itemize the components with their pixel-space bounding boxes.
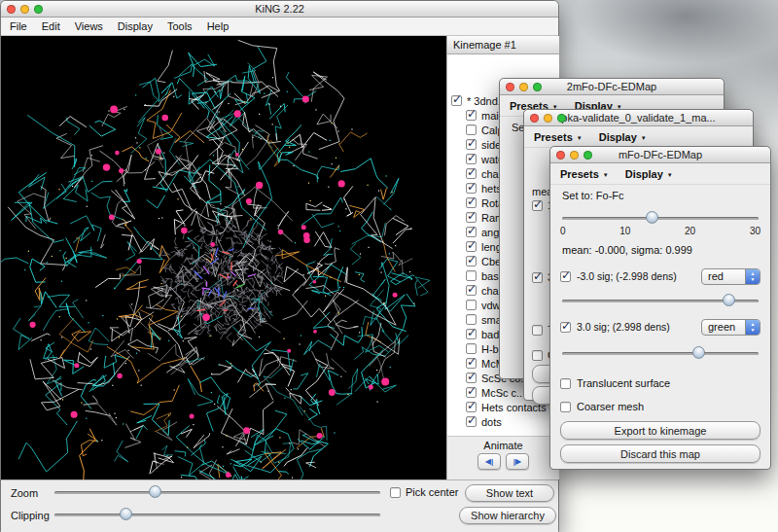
contour-checkbox[interactable]	[532, 200, 543, 211]
group-checkbox[interactable]	[466, 416, 477, 427]
group-checkbox[interactable]	[466, 139, 477, 150]
zoom-button[interactable]	[557, 114, 566, 123]
pos-contour-label: 3.0 sig; (2.998 dens)	[577, 321, 695, 333]
menu-display[interactable]: Display	[118, 20, 153, 32]
menu-tools[interactable]: Tools	[167, 20, 193, 32]
group-checkbox[interactable]	[466, 197, 477, 208]
group-checkbox[interactable]	[466, 227, 477, 237]
group-checkbox[interactable]	[466, 241, 477, 252]
map-stats: mean: -0.000, sigma: 0.999	[550, 236, 770, 258]
slider-track	[54, 491, 380, 494]
king-window: KiNG 2.22 FileEditViewsDisplayToolsHelp …	[0, 0, 559, 532]
translucent-row: Translucent surface	[560, 376, 760, 390]
neg-contour-checkbox[interactable]	[560, 271, 571, 282]
minimize-button[interactable]	[570, 151, 579, 160]
group-label: McSc c...	[481, 387, 525, 399]
group-checkbox[interactable]	[466, 124, 477, 135]
translucent-checkbox[interactable]	[532, 325, 543, 336]
group-checkbox[interactable]	[451, 95, 462, 106]
close-button[interactable]	[556, 151, 565, 160]
menu-caret-icon: ▼	[667, 172, 673, 178]
pos-contour-slider[interactable]	[562, 345, 759, 361]
menu-help[interactable]: Help	[207, 20, 230, 32]
close-button[interactable]	[530, 114, 539, 123]
zoom-button[interactable]	[533, 83, 542, 91]
group-checkbox[interactable]	[466, 358, 477, 369]
pick-center-checkbox[interactable]	[390, 487, 401, 498]
close-button[interactable]	[506, 83, 514, 91]
map-titlebar[interactable]: pka-validate_0_validate_1_ma...	[524, 110, 753, 126]
window-title: 2mFo-DFc-EDMap	[567, 81, 656, 92]
level-slider-thumb[interactable]	[646, 211, 658, 224]
clipping-slider-thumb[interactable]	[120, 508, 132, 520]
neg-contour-slider[interactable]	[562, 293, 759, 308]
group-checkbox[interactable]	[466, 154, 477, 164]
group-checkbox[interactable]	[466, 402, 477, 412]
minimize-button[interactable]	[544, 114, 552, 123]
group-checkbox[interactable]	[466, 110, 477, 121]
pos-contour-checkbox[interactable]	[560, 322, 571, 333]
step-forward-icon: |▶	[513, 457, 521, 466]
menu-display[interactable]: Display▼	[599, 131, 647, 143]
tick-label: 30	[750, 226, 760, 236]
group-checkbox[interactable]	[466, 256, 477, 266]
window-title: mFo-DFc-EDMap	[619, 149, 702, 160]
contour-checkbox[interactable]	[532, 272, 543, 283]
export-to-kinemage-button[interactable]: Export to kinemage	[560, 421, 760, 440]
coarser-checkbox[interactable]	[532, 350, 543, 361]
group-checkbox[interactable]	[466, 300, 477, 310]
close-button[interactable]	[7, 5, 16, 14]
group-checkbox[interactable]	[466, 168, 477, 179]
level-slider[interactable]	[562, 210, 759, 226]
menu-edit[interactable]: Edit	[42, 20, 60, 32]
graphics-canvas[interactable]	[1, 36, 446, 479]
animate-prev-button[interactable]: ◀|	[477, 453, 501, 470]
dropdown-value: red	[702, 269, 745, 284]
map-menubar: Presets▼Display▼	[550, 163, 770, 185]
menu-display[interactable]: Display▼	[625, 168, 673, 180]
translucent-checkbox[interactable]	[560, 378, 571, 389]
show-text-button[interactable]: Show text	[465, 484, 554, 502]
pos-slider-thumb[interactable]	[692, 346, 705, 359]
menu-caret-icon: ▼	[577, 135, 583, 141]
map-titlebar[interactable]: mFo-DFc-EDMap	[550, 147, 770, 163]
group-checkbox[interactable]	[466, 329, 477, 339]
map-titlebar[interactable]: 2mFo-DFc-EDMap	[500, 79, 724, 95]
show-hierarchy-button[interactable]: Show hierarchy	[459, 507, 556, 524]
clipping-slider[interactable]	[54, 507, 380, 522]
group-checkbox[interactable]	[466, 212, 477, 223]
tick-label: 20	[685, 226, 695, 236]
discard-map-button[interactable]: Discard this map	[560, 444, 760, 463]
zoom-label: Zoom	[11, 487, 38, 499]
group-checkbox[interactable]	[466, 314, 477, 325]
group-checkbox[interactable]	[466, 343, 477, 354]
zoom-slider-thumb[interactable]	[149, 485, 161, 498]
group-item[interactable]: dots	[447, 414, 559, 429]
slider-track	[562, 352, 759, 355]
neg-slider-thumb[interactable]	[723, 294, 735, 306]
group-checkbox[interactable]	[466, 372, 477, 383]
slider-track	[562, 217, 759, 220]
menu-presets[interactable]: Presets▼	[534, 131, 583, 143]
zoom-button[interactable]	[34, 5, 43, 14]
group-checkbox[interactable]	[466, 387, 477, 398]
king-titlebar[interactable]: KiNG 2.22	[1, 1, 558, 18]
desktop-background: KiNG 2.22 FileEditViewsDisplayToolsHelp …	[0, 0, 778, 532]
window-controls	[506, 83, 542, 91]
minimize-button[interactable]	[519, 83, 528, 91]
zoom-slider[interactable]	[54, 484, 380, 500]
menu-presets[interactable]: Presets▼	[560, 168, 609, 180]
neg-color-dropdown[interactable]: red ▲▼	[701, 268, 760, 285]
minimize-button[interactable]	[20, 5, 29, 14]
animate-next-button[interactable]: |▶	[506, 453, 529, 470]
group-checkbox[interactable]	[466, 270, 477, 281]
group-checkbox[interactable]	[466, 183, 477, 194]
kinemage-tab[interactable]: Kinemage #1	[447, 36, 559, 54]
menu-views[interactable]: Views	[75, 20, 103, 32]
coarser-mesh-label: Coarser mesh	[577, 401, 644, 412]
menu-file[interactable]: File	[10, 20, 27, 32]
group-checkbox[interactable]	[466, 285, 477, 296]
zoom-button[interactable]	[584, 151, 592, 160]
pos-color-dropdown[interactable]: green ▲▼	[701, 319, 760, 336]
coarser-mesh-checkbox[interactable]	[560, 402, 571, 412]
